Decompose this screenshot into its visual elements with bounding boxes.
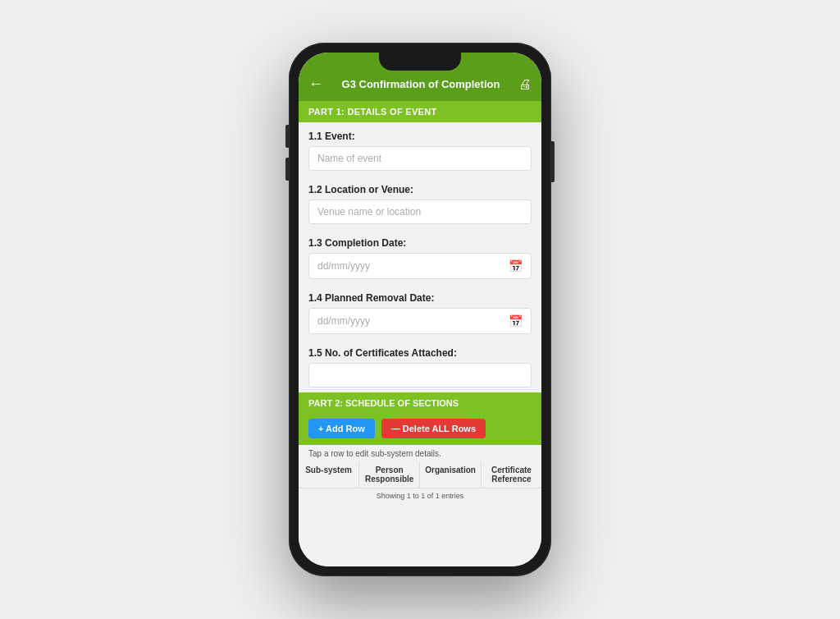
field-group-removal-date: 1.4 Planned Removal Date: dd/mm/yyyy 📅: [299, 284, 541, 339]
removal-date-input[interactable]: dd/mm/yyyy 📅: [308, 308, 532, 334]
delete-all-rows-button[interactable]: — Delete ALL Rows: [381, 419, 486, 438]
field-group-certificates: 1.5 No. of Certificates Attached:: [299, 339, 541, 392]
main-content: PART 1: DETAILS OF EVENT 1.1 Event: Name…: [299, 101, 541, 566]
showing-entries-text: Showing 1 to 1 of 1 entries: [299, 488, 541, 503]
completion-date-input[interactable]: dd/mm/yyyy 📅: [308, 253, 532, 279]
event-input[interactable]: Name of event: [308, 146, 532, 171]
field-group-completion-date: 1.3 Completion Date: dd/mm/yyyy 📅: [299, 229, 541, 284]
volume-down-button: [285, 158, 289, 181]
location-input[interactable]: Venue name or location: [308, 199, 532, 224]
col-organisation: Organisation: [420, 461, 482, 488]
location-label: 1.2 Location or Venue:: [308, 184, 532, 195]
phone-screen: ← G3 Confirmation of Completion 🖨 PART 1…: [299, 53, 541, 566]
phone-notch: [379, 53, 461, 71]
calendar-icon-removal: 📅: [509, 314, 523, 328]
calendar-icon-completion: 📅: [509, 259, 523, 273]
certificates-label: 1.5 No. of Certificates Attached:: [308, 347, 532, 359]
power-button: [551, 141, 555, 182]
removal-date-placeholder: dd/mm/yyyy: [317, 315, 370, 327]
back-button[interactable]: ←: [308, 76, 323, 93]
col-subsystem: Sub-system: [299, 461, 359, 488]
header-title: G3 Confirmation of Completion: [323, 78, 518, 90]
completion-date-placeholder: dd/mm/yyyy: [317, 260, 370, 272]
part1-header: PART 1: DETAILS OF EVENT: [299, 101, 541, 122]
phone-device: ← G3 Confirmation of Completion 🖨 PART 1…: [289, 43, 551, 576]
event-label: 1.1 Event:: [308, 131, 532, 142]
col-person: Person Responsible: [359, 461, 420, 488]
add-row-button[interactable]: + Add Row: [308, 419, 375, 438]
print-icon[interactable]: 🖨: [518, 77, 532, 92]
part2-header: PART 2: SCHEDULE OF SECTIONS: [299, 392, 541, 414]
table-header: Sub-system Person Responsible Organisati…: [299, 461, 541, 488]
col-certificate: Certificate Reference: [482, 461, 541, 488]
field-group-event: 1.1 Event: Name of event: [299, 122, 541, 176]
removal-date-label: 1.4 Planned Removal Date:: [308, 292, 532, 304]
volume-up-button: [285, 125, 289, 148]
tap-hint-text: Tap a row to edit sub-system details.: [299, 445, 541, 461]
completion-date-label: 1.3 Completion Date:: [308, 237, 532, 249]
certificates-input[interactable]: [308, 363, 532, 387]
action-buttons-row: + Add Row — Delete ALL Rows: [299, 414, 541, 445]
field-group-location: 1.2 Location or Venue: Venue name or loc…: [299, 176, 541, 229]
